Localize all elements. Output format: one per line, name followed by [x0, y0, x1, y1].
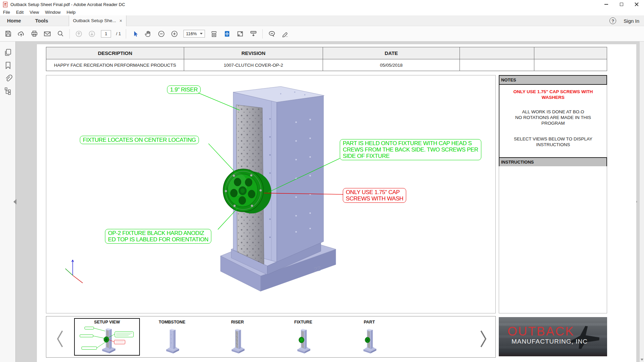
- zoom-in-icon[interactable]: [170, 30, 178, 38]
- callout-cap-screws-warning: ONLY USE 1.75" CAP SCREWS WITH WASH: [343, 188, 406, 203]
- model-tree-icon[interactable]: [4, 86, 12, 95]
- instructions-panel-body: [499, 166, 607, 313]
- zoom-level-value: 116%: [186, 31, 197, 36]
- instructions-panel-header: INSTRUCTIONS: [499, 157, 607, 167]
- tab-document-label: Outback Setup She...: [73, 18, 116, 23]
- thumb-label: RISER: [214, 320, 261, 324]
- note-warning: ONLY USE 1.75" CAP SCREWS WITH WASHERS: [499, 89, 607, 100]
- menu-help[interactable]: Help: [64, 10, 79, 15]
- vertical-scrollbar[interactable]: [639, 42, 644, 362]
- save-icon[interactable]: [4, 30, 12, 38]
- acrobat-window: Outback Setup Sheet Final.pdf - Adobe Ac…: [0, 0, 644, 362]
- close-icon[interactable]: [629, 0, 644, 9]
- cell-date: 05/05/2018: [323, 59, 460, 71]
- zoom-out-icon[interactable]: [157, 30, 165, 38]
- thumb-label: SETUP VIEW: [75, 320, 139, 324]
- presentation-icon[interactable]: [249, 30, 257, 38]
- menu-bar: File Edit View Window Help: [0, 9, 644, 15]
- toolbar: 1 / 1 116%: [0, 26, 644, 42]
- page-number-input[interactable]: 1: [101, 30, 111, 38]
- callout-part-held: PART IS HELD ONTO FIXTURE WITH CAP HEAD …: [340, 139, 481, 160]
- view-thumb-setup[interactable]: SETUP VIEW: [74, 318, 140, 356]
- view-thumbnail-strip: SETUP VIEW: [46, 316, 496, 358]
- tab-close-icon[interactable]: ×: [119, 18, 122, 23]
- cell-empty-1: [460, 59, 534, 71]
- maximize-icon[interactable]: [614, 0, 629, 9]
- setup-view-preview: [75, 324, 139, 354]
- help-icon[interactable]: ?: [609, 17, 616, 24]
- logo-company-name: OUTBACK: [507, 324, 575, 339]
- 3d-viewport[interactable]: 22 1.9" RISER FIXTURE LOCAT: [46, 75, 496, 313]
- next-views-icon[interactable]: [478, 329, 488, 349]
- menu-edit[interactable]: Edit: [13, 10, 26, 15]
- next-page-icon[interactable]: [88, 30, 96, 38]
- col-empty-2: [534, 47, 607, 59]
- bookmarks-icon[interactable]: [4, 61, 12, 70]
- menu-view[interactable]: View: [26, 10, 42, 15]
- tab-bar: Home Tools Outback Setup She... ×: [0, 15, 644, 26]
- note-work: ALL WORK IS DONE AT BO.O NO ROTATIONS AR…: [499, 109, 607, 126]
- note-select-views: SELECT VIEWS BELOW TO DISPLAY INSTRUCTIO…: [499, 136, 607, 147]
- scroll-down-icon[interactable]: [641, 359, 643, 361]
- pdf-page: DESCRIPTION REVISION DATE HAPPY FACE REC…: [37, 44, 636, 362]
- comment-icon[interactable]: [268, 30, 276, 38]
- page-thumbnails-icon[interactable]: [4, 48, 12, 57]
- highlighter-icon[interactable]: [281, 30, 289, 38]
- col-revision: REVISION: [184, 47, 323, 59]
- menu-file[interactable]: File: [0, 10, 13, 15]
- tab-document[interactable]: Outback Setup She... ×: [69, 15, 127, 26]
- clutch-cover-part: [223, 169, 263, 212]
- email-icon[interactable]: [43, 30, 51, 38]
- zoom-level-select[interactable]: 116%: [183, 30, 205, 38]
- notes-title: NOTES: [501, 77, 516, 82]
- callout-op2-fixture: OP-2 FIXTURE BLACK HARD ANODIZ ED TOP IS…: [105, 229, 211, 244]
- col-date: DATE: [323, 47, 460, 59]
- sign-in-button[interactable]: Sign In: [624, 18, 639, 24]
- page-total-label: / 1: [116, 31, 121, 36]
- minimize-icon[interactable]: [599, 0, 614, 9]
- attachments-icon[interactable]: [4, 74, 12, 82]
- cell-description: HAPPY FACE RECREATION PERFORMANCE PRODUC…: [46, 59, 184, 71]
- thumb-label: PART: [346, 320, 393, 324]
- notes-panel-header: NOTES: [499, 75, 607, 85]
- fit-page-icon[interactable]: [223, 30, 231, 38]
- info-table: DESCRIPTION REVISION DATE HAPPY FACE REC…: [46, 47, 607, 71]
- fit-width-icon[interactable]: [210, 30, 218, 38]
- instructions-title: INSTRUCTIONS: [501, 160, 534, 165]
- logo-subtitle: MANUFACTURING, INC: [512, 338, 588, 345]
- cell-revision: 1007-CLUTCH COVER-OP-2: [184, 59, 323, 71]
- tab-tools[interactable]: Tools: [28, 18, 55, 23]
- thumb-label: FIXTURE: [280, 320, 327, 324]
- tombstone-render: 22: [46, 75, 495, 313]
- view-thumb-riser[interactable]: [226, 325, 249, 356]
- select-cursor-icon[interactable]: [131, 30, 139, 38]
- hand-tool-icon[interactable]: [144, 30, 152, 38]
- fullscreen-icon[interactable]: [236, 30, 244, 38]
- view-thumb-fixture[interactable]: [291, 325, 315, 356]
- thumb-label: TOMBSTONE: [149, 320, 196, 324]
- cell-empty-2: [534, 59, 607, 71]
- previous-views-icon[interactable]: [56, 329, 65, 349]
- notes-panel-body: ONLY USE 1.75" CAP SCREWS WITH WASHERS A…: [499, 85, 607, 157]
- view-thumb-tombstone[interactable]: [160, 325, 184, 356]
- previous-page-icon[interactable]: [75, 30, 83, 38]
- print-icon[interactable]: [30, 30, 38, 38]
- tab-home[interactable]: Home: [0, 18, 28, 23]
- search-icon[interactable]: [56, 30, 64, 38]
- view-thumb-part[interactable]: [358, 325, 381, 356]
- callout-riser: 1.9" RISER: [167, 85, 201, 94]
- axis-triad-icon: [65, 260, 83, 283]
- title-bar: Outback Setup Sheet Final.pdf - Adobe Ac…: [0, 0, 644, 9]
- collapse-left-panel-icon[interactable]: [13, 199, 16, 204]
- window-title: Outback Setup Sheet Final.pdf - Adobe Ac…: [10, 2, 125, 7]
- pdf-file-icon: [3, 2, 8, 7]
- col-description: DESCRIPTION: [46, 47, 184, 59]
- col-empty-1: [460, 47, 534, 59]
- callout-fixture-locates: FIXTURE LOCATES ON CENTER LOCATING: [80, 136, 199, 144]
- menu-window[interactable]: Window: [42, 10, 63, 15]
- chevron-down-icon: [200, 33, 203, 35]
- company-logo: OUTBACK MANUFACTURING, INC: [499, 317, 607, 356]
- cloud-upload-icon[interactable]: [17, 30, 25, 38]
